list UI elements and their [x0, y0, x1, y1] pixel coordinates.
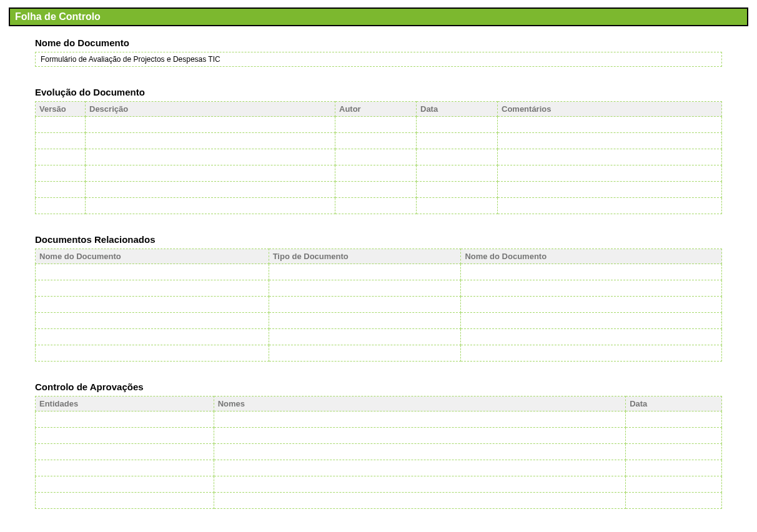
table-cell: [626, 460, 722, 476]
table-cell: [417, 165, 498, 182]
table-cell: [335, 117, 417, 133]
table-cell: [36, 182, 86, 198]
table-row: [36, 411, 722, 428]
table-row: [36, 182, 722, 198]
doc-name-value: Formulário de Avaliação de Projectos e D…: [35, 52, 722, 67]
table-cell: [417, 198, 498, 214]
header-bar: Folha de Controlo: [9, 7, 748, 26]
table-cell: [461, 297, 722, 313]
table-row: [36, 297, 722, 313]
table-cell: [36, 313, 269, 329]
table-cell: [36, 280, 269, 297]
table-cell: [498, 182, 722, 198]
table-row: [36, 198, 722, 214]
section-approvals: Controlo de Aprovações Entidades Nomes D…: [35, 382, 722, 509]
table-cell: [36, 428, 214, 444]
related-th-nome2: Nome do Documento: [461, 249, 722, 264]
table-cell: [417, 182, 498, 198]
section-doc-name: Nome do Documento Formulário de Avaliaçã…: [35, 37, 722, 67]
page-title: Folha de Controlo: [15, 11, 742, 22]
table-cell: [461, 345, 722, 362]
approvals-th-nomes: Nomes: [214, 397, 625, 411]
table-cell: [498, 149, 722, 165]
table-cell: [36, 329, 269, 345]
table-cell: [498, 198, 722, 214]
table-cell: [214, 428, 625, 444]
table-cell: [269, 264, 461, 280]
table-cell: [498, 165, 722, 182]
table-cell: [36, 133, 86, 149]
table-cell: [335, 149, 417, 165]
approvals-body: [36, 411, 722, 509]
table-cell: [86, 182, 335, 198]
table-row: [36, 345, 722, 362]
table-cell: [269, 280, 461, 297]
evolucao-table: Versão Descrição Autor Data Comentários: [35, 101, 722, 214]
related-body: [36, 264, 722, 362]
table-row: [36, 264, 722, 280]
table-cell: [626, 411, 722, 428]
table-cell: [36, 345, 269, 362]
table-cell: [417, 117, 498, 133]
table-cell: [269, 313, 461, 329]
table-cell: [335, 198, 417, 214]
doc-name-label: Nome do Documento: [35, 37, 722, 48]
table-cell: [86, 149, 335, 165]
table-cell: [86, 198, 335, 214]
evolucao-th-descricao: Descrição: [86, 102, 335, 117]
table-cell: [214, 476, 625, 493]
table-row: [36, 149, 722, 165]
table-cell: [36, 149, 86, 165]
table-row: [36, 476, 722, 493]
table-cell: [36, 264, 269, 280]
evolucao-th-data: Data: [417, 102, 498, 117]
related-th-nome1: Nome do Documento: [36, 249, 269, 264]
table-cell: [36, 460, 214, 476]
table-cell: [498, 133, 722, 149]
evolucao-th-comentarios: Comentários: [498, 102, 722, 117]
table-row: [36, 493, 722, 509]
evolucao-th-versao: Versão: [36, 102, 86, 117]
table-cell: [626, 493, 722, 509]
table-row: [36, 165, 722, 182]
table-row: [36, 280, 722, 297]
table-cell: [461, 313, 722, 329]
table-cell: [36, 493, 214, 509]
table-cell: [36, 117, 86, 133]
table-cell: [269, 345, 461, 362]
content: Nome do Documento Formulário de Avaliaçã…: [0, 37, 757, 509]
evolucao-label: Evolução do Documento: [35, 87, 722, 97]
approvals-table: Entidades Nomes Data: [35, 396, 722, 509]
section-related: Documentos Relacionados Nome do Document…: [35, 234, 722, 362]
table-cell: [86, 165, 335, 182]
approvals-th-entidades: Entidades: [36, 397, 214, 411]
table-cell: [36, 297, 269, 313]
table-cell: [461, 264, 722, 280]
table-cell: [214, 444, 625, 460]
table-cell: [626, 428, 722, 444]
table-cell: [269, 297, 461, 313]
table-cell: [269, 329, 461, 345]
table-cell: [417, 149, 498, 165]
table-cell: [498, 117, 722, 133]
evolucao-th-autor: Autor: [335, 102, 417, 117]
table-cell: [214, 411, 625, 428]
related-label: Documentos Relacionados: [35, 234, 722, 245]
table-cell: [626, 476, 722, 493]
table-cell: [626, 444, 722, 460]
table-row: [36, 117, 722, 133]
table-cell: [335, 182, 417, 198]
table-cell: [86, 117, 335, 133]
table-cell: [461, 329, 722, 345]
evolucao-body: [36, 117, 722, 214]
table-row: [36, 133, 722, 149]
section-evolucao: Evolução do Documento Versão Descrição A…: [35, 87, 722, 214]
approvals-th-data: Data: [626, 397, 722, 411]
table-cell: [214, 493, 625, 509]
table-cell: [36, 198, 86, 214]
table-row: [36, 460, 722, 476]
table-cell: [335, 165, 417, 182]
table-row: [36, 428, 722, 444]
table-cell: [86, 133, 335, 149]
table-cell: [36, 476, 214, 493]
